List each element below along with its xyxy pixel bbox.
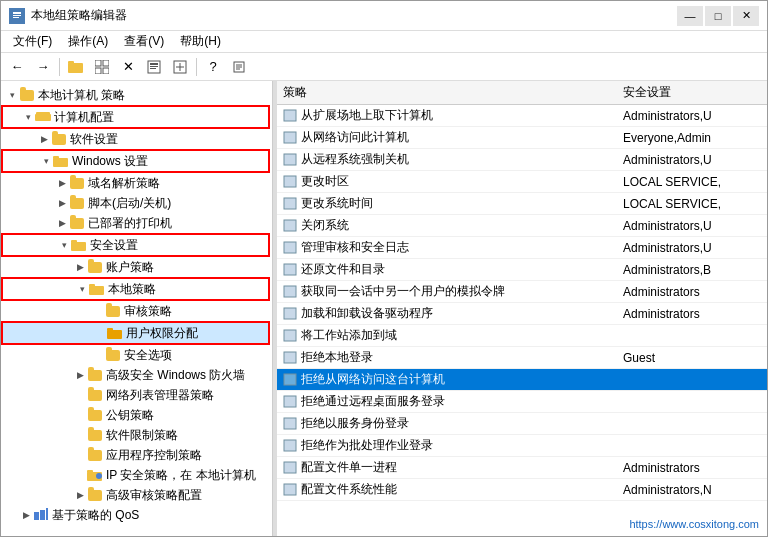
table-row[interactable]: 将工作站添加到域 xyxy=(277,325,767,347)
menu-help[interactable]: 帮助(H) xyxy=(172,31,229,52)
tree-item-user-rights[interactable]: 用户权限分配 xyxy=(3,323,268,343)
tree-item-advanced-audit[interactable]: ▶ 高级审核策略配置 xyxy=(1,485,272,505)
tree-item-appctrl[interactable]: 应用程序控制策略 xyxy=(1,445,272,465)
tree-item-security-options[interactable]: 安全选项 xyxy=(1,345,272,365)
tree-item-root[interactable]: ▾ 本地计算机 策略 xyxy=(1,85,272,105)
tree-item-ipsec[interactable]: IP 安全策略，在 本地计算机 xyxy=(1,465,272,485)
table-row[interactable]: 配置文件系统性能Administrators,N xyxy=(277,479,767,501)
security-value: Administrators,U xyxy=(617,237,767,259)
advanced-audit-label: 高级审核策略配置 xyxy=(106,487,202,504)
windows-settings-label: Windows 设置 xyxy=(72,153,148,170)
table-row[interactable]: 获取同一会话中另一个用户的模拟令牌Administrators xyxy=(277,281,767,303)
svg-rect-53 xyxy=(284,462,296,473)
tree-item-account-policy[interactable]: ▶ 账户策略 xyxy=(1,257,272,277)
svg-rect-38 xyxy=(284,132,296,143)
folder-button[interactable] xyxy=(64,56,88,78)
tree-item-local-policy[interactable]: ▾ 本地策略 xyxy=(3,279,268,299)
table-row[interactable]: 从远程系统强制关机Administrators,U xyxy=(277,149,767,171)
svg-rect-36 xyxy=(46,508,48,520)
help-button[interactable]: ? xyxy=(201,56,225,78)
delete-button[interactable]: ✕ xyxy=(116,56,140,78)
menu-view[interactable]: 查看(V) xyxy=(116,31,172,52)
table-row[interactable]: 管理审核和安全日志Administrators,U xyxy=(277,237,767,259)
svg-rect-4 xyxy=(68,63,83,73)
security-folder-icon xyxy=(71,238,87,252)
tree-item-audit[interactable]: 审核策略 xyxy=(1,301,272,321)
tree-item-dns[interactable]: ▶ 域名解析策略 xyxy=(1,173,272,193)
tree-item-firewall[interactable]: ▶ 高级安全 Windows 防火墙 xyxy=(1,365,272,385)
policy-name: 拒绝从网络访问这台计算机 xyxy=(301,372,445,386)
watermark: https://www.cosxitong.com xyxy=(626,517,762,531)
svg-rect-1 xyxy=(13,12,21,14)
svg-rect-29 xyxy=(107,330,122,339)
expand-arrow-win: ▾ xyxy=(39,154,53,168)
advaudit-folder-icon xyxy=(87,488,103,502)
table-row[interactable]: 更改系统时间LOCAL SERVICE, xyxy=(277,193,767,215)
properties-button[interactable] xyxy=(142,56,166,78)
table-row[interactable]: 拒绝从网络访问这台计算机 xyxy=(277,369,767,391)
svg-rect-44 xyxy=(284,264,296,275)
audit-folder-icon xyxy=(105,304,121,318)
policy-name: 拒绝作为批处理作业登录 xyxy=(301,438,433,452)
table-row[interactable]: 拒绝以服务身份登录 xyxy=(277,413,767,435)
col-header-security[interactable]: 安全设置 xyxy=(617,81,767,105)
minimize-button[interactable]: — xyxy=(677,6,703,26)
tree-item-windows-settings[interactable]: ▾ Windows 设置 xyxy=(3,151,268,171)
table-row[interactable]: 还原文件和目录Administrators,B xyxy=(277,259,767,281)
menu-action[interactable]: 操作(A) xyxy=(60,31,116,52)
expand-arrow-config: ▾ xyxy=(21,110,35,124)
svg-rect-2 xyxy=(13,15,21,16)
forward-button[interactable]: → xyxy=(31,56,55,78)
view-button[interactable] xyxy=(90,56,114,78)
menu-file[interactable]: 文件(F) xyxy=(5,31,60,52)
qos-folder-icon xyxy=(33,508,49,522)
table-row[interactable]: 拒绝本地登录Guest xyxy=(277,347,767,369)
tree-item-security-settings[interactable]: ▾ 安全设置 xyxy=(3,235,268,255)
separator-1 xyxy=(59,58,60,76)
tree-item-software[interactable]: ▶ 软件设置 xyxy=(1,129,272,149)
expand-button[interactable] xyxy=(168,56,192,78)
table-row[interactable]: 拒绝作为批处理作业登录 xyxy=(277,435,767,457)
table-row[interactable]: 加载和卸载设备驱动程序Administrators xyxy=(277,303,767,325)
audit-label: 审核策略 xyxy=(124,303,172,320)
table-row[interactable]: 更改时区LOCAL SERVICE, xyxy=(277,171,767,193)
svg-rect-28 xyxy=(89,284,95,287)
tree-item-scripts[interactable]: ▶ 脚本(启动/关机) xyxy=(1,193,272,213)
firewall-folder-icon xyxy=(87,368,103,382)
back-button[interactable]: ← xyxy=(5,56,29,78)
tree-item-qos[interactable]: ▶ 基于策略的 QoS xyxy=(1,505,272,525)
security-value xyxy=(617,325,767,347)
expand-arrow-qos: ▶ xyxy=(19,508,33,522)
tree-item-netlist[interactable]: 网络列表管理器策略 xyxy=(1,385,272,405)
tree-item-softlimit[interactable]: 软件限制策略 xyxy=(1,425,272,445)
info-button[interactable] xyxy=(227,56,251,78)
security-value: Administrators,N xyxy=(617,479,767,501)
security-value xyxy=(617,369,767,391)
table-row[interactable]: 关闭系统Administrators,U xyxy=(277,215,767,237)
expand-arrow: ▾ xyxy=(5,88,19,102)
policy-name: 更改时区 xyxy=(301,174,349,188)
expand-arrow-scripts: ▶ xyxy=(55,196,69,210)
computer-config-label: 计算机配置 xyxy=(54,109,114,126)
col-header-policy[interactable]: 策略 xyxy=(277,81,617,105)
svg-rect-9 xyxy=(103,68,109,74)
software-folder-icon xyxy=(51,132,67,146)
close-button[interactable]: ✕ xyxy=(733,6,759,26)
security-value: Guest xyxy=(617,347,767,369)
svg-rect-46 xyxy=(284,308,296,319)
printers-folder-icon xyxy=(69,216,85,230)
maximize-button[interactable]: □ xyxy=(705,6,731,26)
table-row[interactable]: 配置文件单一进程Administrators xyxy=(277,457,767,479)
table-row[interactable]: 拒绝通过远程桌面服务登录 xyxy=(277,391,767,413)
svg-rect-26 xyxy=(71,240,77,243)
table-row[interactable]: 从扩展场地上取下计算机Administrators,U xyxy=(277,105,767,127)
tree-item-printers[interactable]: ▶ 已部署的打印机 xyxy=(1,213,272,233)
expand-arrow-userrights xyxy=(93,326,107,340)
windows-folder-icon xyxy=(53,154,69,168)
tree-item-computer-config[interactable]: ▾ 计算机配置 xyxy=(3,107,268,127)
tree-item-pubkey[interactable]: 公钥策略 xyxy=(1,405,272,425)
netlist-label: 网络列表管理器策略 xyxy=(106,387,214,404)
svg-rect-47 xyxy=(284,330,296,341)
table-row[interactable]: 从网络访问此计算机Everyone,Admin xyxy=(277,127,767,149)
main-window: 本地组策略编辑器 — □ ✕ 文件(F) 操作(A) 查看(V) 帮助(H) ←… xyxy=(0,0,768,537)
